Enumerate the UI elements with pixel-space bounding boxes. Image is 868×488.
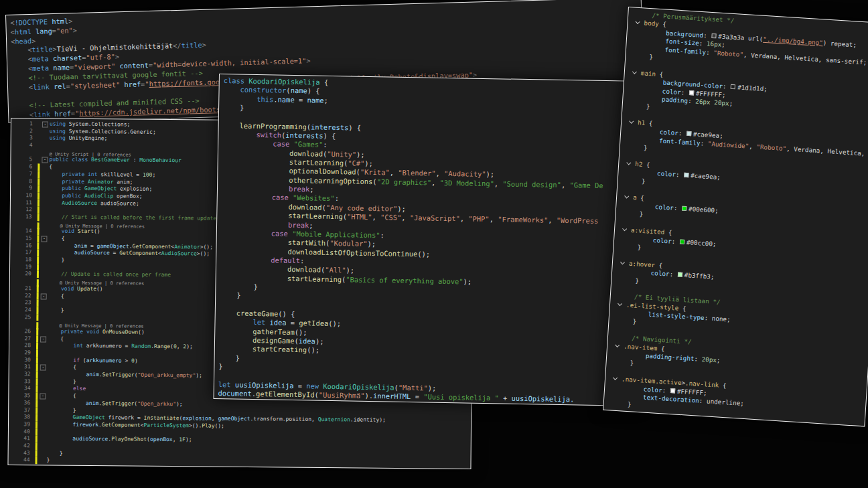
line-number[interactable]: 36 <box>15 400 35 407</box>
fold-chevron-column[interactable] <box>631 68 641 77</box>
fold-marker-icon[interactable]: - <box>41 236 47 242</box>
line-number[interactable]: 31 <box>16 363 36 371</box>
line-number[interactable]: 12 <box>17 206 38 214</box>
chevron-down-icon[interactable] <box>622 226 627 231</box>
line-number[interactable]: 41 <box>15 435 35 442</box>
line-number[interactable]: 28 <box>16 342 36 349</box>
line-number[interactable]: 22 <box>17 293 37 300</box>
fold-chevron-column[interactable] <box>636 11 645 11</box>
fold-chevron-column[interactable] <box>626 151 636 152</box>
line-number[interactable]: 4 <box>18 142 38 149</box>
line-number[interactable]: 16 <box>17 242 37 250</box>
fold-chevron-column[interactable] <box>634 27 644 27</box>
color-swatch[interactable] <box>689 90 694 94</box>
fold-chevron-column[interactable] <box>618 284 628 284</box>
fold-chevron-column[interactable] <box>630 93 640 94</box>
javascript-code-panel[interactable]: class KoodariOpiskelija { constructor(na… <box>214 74 645 406</box>
line-number[interactable]: 32 <box>16 371 36 378</box>
fold-chevron-column[interactable] <box>628 118 638 127</box>
chevron-down-icon[interactable] <box>626 161 631 165</box>
fold-chevron-column[interactable] <box>614 350 624 351</box>
line-number[interactable]: 44 <box>15 457 35 464</box>
fold-chevron-column[interactable] <box>633 52 642 53</box>
line-number[interactable]: 9 <box>17 185 38 192</box>
fold-chevron-column[interactable] <box>627 143 636 144</box>
fold-marker-icon[interactable]: - <box>42 157 48 163</box>
line-number[interactable]: 14 <box>17 228 37 235</box>
color-swatch[interactable] <box>684 173 689 177</box>
chevron-down-icon[interactable] <box>618 301 622 306</box>
fold-chevron-column[interactable] <box>614 341 624 350</box>
fold-chevron-column[interactable] <box>611 392 621 392</box>
line-number[interactable]: 34 <box>15 386 35 393</box>
line-number[interactable]: 8 <box>17 178 38 185</box>
line-number[interactable]: 42 <box>15 442 35 450</box>
fold-marker-icon[interactable]: - <box>42 121 48 127</box>
css-code-panel[interactable]: /* Perusmääritykset */body { background:… <box>603 7 868 426</box>
fold-chevron-column[interactable] <box>618 292 627 293</box>
fold-chevron-column[interactable] <box>624 193 634 201</box>
fold-chevron-column[interactable] <box>621 242 630 243</box>
line-number[interactable]: 26 <box>16 328 36 335</box>
fold-chevron-column[interactable] <box>613 358 623 359</box>
fold-column[interactable]: - <box>40 157 49 164</box>
fold-chevron-column[interactable] <box>613 366 622 367</box>
fold-chevron-column[interactable] <box>628 127 638 127</box>
chevron-down-icon[interactable] <box>620 260 625 264</box>
line-number[interactable]: 5 <box>17 157 38 164</box>
color-swatch[interactable] <box>670 388 675 393</box>
line-number[interactable]: 10 <box>17 192 38 199</box>
line-number[interactable]: 18 <box>17 256 37 264</box>
color-swatch[interactable] <box>680 239 684 244</box>
fold-chevron-column[interactable] <box>617 300 627 309</box>
fold-chevron-column[interactable] <box>616 317 626 317</box>
fold-chevron-column[interactable] <box>616 325 625 326</box>
fold-chevron-column[interactable] <box>624 201 633 201</box>
line-number[interactable]: 30 <box>16 357 36 364</box>
fold-column[interactable]: - <box>39 364 48 372</box>
fold-chevron-column[interactable] <box>626 159 636 168</box>
chevron-down-icon[interactable] <box>613 376 618 380</box>
fold-chevron-column[interactable] <box>620 267 629 268</box>
fold-column[interactable]: - <box>40 293 48 300</box>
line-number[interactable]: 11 <box>17 199 38 207</box>
chevron-down-icon[interactable] <box>629 119 634 124</box>
fold-chevron-column[interactable] <box>632 60 642 61</box>
line-number[interactable]: 19 <box>17 264 37 271</box>
line-number[interactable]: 15 <box>17 235 37 242</box>
fold-chevron-column[interactable] <box>626 168 635 169</box>
color-swatch[interactable] <box>731 84 735 89</box>
line-number[interactable]: 27 <box>16 335 36 343</box>
line-number[interactable]: 33 <box>16 378 36 386</box>
fold-chevron-column[interactable] <box>611 400 620 400</box>
line-number[interactable]: 6 <box>17 163 38 171</box>
fold-chevron-column[interactable] <box>628 135 637 135</box>
chevron-down-icon[interactable] <box>636 19 640 24</box>
fold-marker-icon[interactable]: - <box>40 336 46 342</box>
fold-chevron-column[interactable] <box>620 250 630 251</box>
line-number[interactable]: 7 <box>17 171 38 178</box>
line-number[interactable]: 23 <box>17 299 37 307</box>
line-number[interactable]: 2 <box>18 128 38 135</box>
line-number[interactable]: 40 <box>15 428 35 436</box>
line-number[interactable]: 25 <box>16 314 36 321</box>
line-number[interactable]: 37 <box>15 407 35 414</box>
fold-chevron-column[interactable] <box>634 19 644 27</box>
line-number[interactable]: 13 <box>17 214 38 221</box>
fold-chevron-column[interactable] <box>624 184 634 185</box>
color-swatch[interactable] <box>686 131 691 136</box>
fold-chevron-column[interactable] <box>631 77 640 78</box>
line-number[interactable]: 38 <box>15 414 35 421</box>
line-number[interactable]: 21 <box>17 285 37 293</box>
fold-chevron-column[interactable] <box>622 218 632 218</box>
color-swatch[interactable] <box>711 33 716 38</box>
line-number[interactable]: 29 <box>16 349 36 357</box>
fold-chevron-column[interactable] <box>617 309 626 309</box>
fold-chevron-column[interactable] <box>622 226 632 234</box>
fold-chevron-column[interactable] <box>620 259 630 268</box>
line-number[interactable]: 35 <box>15 392 35 400</box>
line-number[interactable]: 17 <box>17 249 37 256</box>
fold-chevron-column[interactable] <box>629 110 638 110</box>
fold-chevron-column[interactable] <box>634 35 643 36</box>
line-number[interactable]: 3 <box>18 135 38 142</box>
